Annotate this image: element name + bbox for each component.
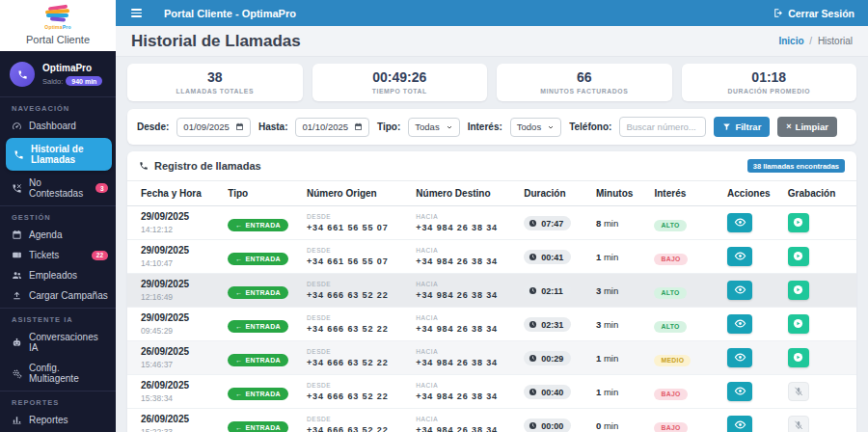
duration-badge: 00:00	[524, 418, 571, 432]
sidebar-item-agenda[interactable]: Agenda	[0, 225, 116, 245]
incoming-arrow-icon: ←	[235, 391, 242, 397]
logout-label: Cerrar Sesión	[788, 8, 854, 19]
logout-button[interactable]: Cerrar Sesión	[773, 8, 854, 19]
optimapro-logo-icon	[41, 6, 74, 22]
clock-icon	[529, 286, 537, 295]
sidebar-item-label: Tickets	[29, 250, 59, 260]
dest-label: HACIA	[416, 348, 512, 355]
play-recording-button[interactable]	[788, 348, 809, 367]
no-recording-indicator	[788, 382, 809, 401]
call-type-badge: ← ENTRADA	[228, 388, 288, 400]
column-header-grabacion: Grabación	[782, 181, 856, 206]
column-header-interes: Interés	[648, 181, 721, 206]
clock-icon	[529, 354, 537, 363]
avatar	[10, 62, 35, 87]
upload-icon	[12, 290, 22, 301]
incoming-arrow-icon: ←	[235, 256, 242, 262]
view-call-button[interactable]	[727, 416, 752, 432]
incoming-arrow-icon: ←	[235, 424, 242, 431]
topbar-title: Portal Cliente - OptimaPro	[164, 8, 296, 19]
brand: OptimaPro Portal Cliente	[0, 0, 116, 51]
view-call-button[interactable]	[727, 281, 752, 300]
limpiar-button[interactable]: × Limpiar	[777, 117, 837, 137]
play-recording-button[interactable]	[788, 314, 809, 334]
interes-value: Todos	[517, 122, 541, 132]
desde-value: 01/09/2025	[183, 122, 230, 132]
duration-badge: 00:41	[524, 250, 571, 264]
breadcrumb-separator: /	[809, 36, 812, 46]
incoming-arrow-icon: ←	[235, 289, 242, 296]
sidebar-item-conversaciones-ia[interactable]: Conversaciones IA	[0, 327, 116, 358]
call-type-label: ENTRADA	[246, 357, 281, 364]
gears-icon	[12, 368, 22, 379]
sidebar-item-label: Cargar Campañas	[29, 290, 108, 301]
menu-toggle-button[interactable]	[129, 7, 144, 19]
minutes-value: 1	[596, 252, 601, 262]
sidebar-section: Navegación Dashboard Historial de Llamad…	[0, 96, 116, 205]
sidebar-item-cargar-campanas[interactable]: Cargar Campañas	[0, 285, 116, 306]
view-call-button[interactable]	[727, 382, 752, 401]
interest-badge: BAJO	[654, 389, 687, 400]
origin-label: DESDE	[307, 314, 404, 321]
results-count-badge: 38 llamadas encontradas	[747, 159, 845, 173]
desde-date-input[interactable]: 01/09/2025	[176, 118, 251, 137]
call-type-label: ENTRADA	[246, 222, 281, 229]
chevron-down-icon	[446, 123, 453, 131]
origin-label: DESDE	[307, 382, 404, 389]
sidebar-item-config-multiagente[interactable]: Config. Multiagente	[0, 358, 116, 389]
column-header-numero-origen: Número Origen	[301, 181, 410, 206]
chevron-down-icon	[547, 123, 555, 131]
stat-card: 66 Minutos Facturados	[497, 64, 672, 101]
chart-icon	[12, 415, 22, 425]
sidebar-item-reportes[interactable]: Reportes	[0, 410, 116, 430]
play-recording-button[interactable]	[788, 281, 809, 300]
origin-number: +34 661 56 55 07	[307, 223, 404, 232]
table-row: 29/09/2025 14:10:47 ← ENTRADA DESDE +34 …	[127, 240, 856, 274]
sidebar-item-historial-de-llamadas[interactable]: Historial de Llamadas	[6, 138, 112, 171]
interest-badge: ALTO	[654, 321, 686, 333]
view-call-button[interactable]	[727, 247, 752, 266]
view-call-button[interactable]	[727, 314, 752, 334]
filter-bar: Desde: 01/09/2025 Hasta: 01/10/2025 Tipo…	[127, 109, 856, 145]
breadcrumb: Inicio / Historial	[778, 36, 853, 46]
breadcrumb-home-link[interactable]: Inicio	[778, 36, 803, 46]
interes-select[interactable]: Todos	[510, 118, 561, 137]
interest-badge: BAJO	[654, 254, 687, 265]
sidebar-item-tickets[interactable]: Tickets 22	[0, 245, 116, 265]
eye-icon	[734, 284, 746, 296]
sidebar-item-label: No Contestadas	[29, 177, 89, 199]
column-header-tipo: Tipo	[222, 181, 301, 206]
stat-label: Minutos Facturados	[501, 88, 668, 94]
hasta-label: Hasta:	[258, 122, 288, 132]
dest-number: +34 984 26 38 34	[416, 223, 512, 232]
filtrar-button[interactable]: Filtrar	[714, 117, 770, 137]
sidebar-item-no-contestadas[interactable]: No Contestadas 3	[0, 173, 116, 203]
call-type-label: ENTRADA	[246, 256, 281, 262]
phone-icon	[14, 149, 24, 160]
sidebar-item-label: Conversaciones IA	[29, 332, 108, 353]
interest-badge: ALTO	[654, 220, 686, 231]
telefono-search-input[interactable]	[619, 117, 706, 137]
call-time: 14:12:12	[141, 225, 216, 234]
hasta-date-input[interactable]: 01/10/2025	[295, 118, 369, 137]
view-call-button[interactable]	[727, 213, 752, 232]
no-recording-indicator	[788, 416, 809, 432]
tipo-select[interactable]: Todas	[408, 118, 459, 137]
interes-label: Interés:	[468, 122, 502, 132]
call-time: 15:38:34	[141, 393, 216, 403]
view-call-button[interactable]	[727, 348, 752, 367]
stat-label: Tiempo Total	[316, 88, 484, 94]
telefono-label: Teléfono:	[569, 122, 611, 132]
minutes-unit: min	[604, 252, 618, 262]
play-recording-button[interactable]	[788, 247, 809, 266]
call-type-badge: ← ENTRADA	[228, 219, 288, 231]
play-recording-button[interactable]	[788, 213, 809, 232]
sidebar-item-dashboard[interactable]: Dashboard	[0, 116, 116, 136]
stat-label: Duración Promedio	[686, 88, 854, 94]
origin-number: +34 666 63 52 22	[307, 392, 404, 401]
play-icon	[792, 216, 804, 229]
call-type-label: ENTRADA	[246, 289, 281, 296]
minutes-value: 3	[596, 285, 601, 296]
sidebar-section-label: Navegación	[0, 97, 116, 116]
sidebar-item-empleados[interactable]: Empleados	[0, 265, 116, 285]
